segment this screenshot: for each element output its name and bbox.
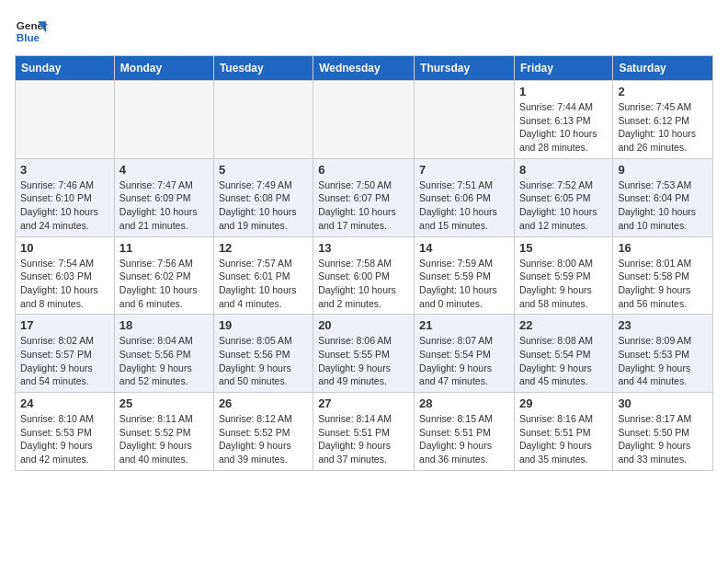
day-number: 12	[219, 241, 308, 255]
day-info: Sunrise: 8:07 AM Sunset: 5:54 PM Dayligh…	[419, 334, 509, 388]
calendar-cell	[313, 81, 415, 159]
day-number: 2	[618, 85, 708, 98]
day-info: Sunrise: 7:49 AM Sunset: 6:08 PM Dayligh…	[219, 178, 308, 233]
day-number: 24	[20, 396, 109, 410]
day-number: 5	[219, 163, 308, 177]
calendar-cell: 13Sunrise: 7:58 AM Sunset: 6:00 PM Dayli…	[313, 236, 415, 315]
calendar-cell: 6Sunrise: 7:50 AM Sunset: 6:07 PM Daylig…	[313, 158, 415, 236]
day-info: Sunrise: 8:15 AM Sunset: 5:51 PM Dayligh…	[419, 412, 509, 466]
day-number: 6	[318, 163, 409, 177]
day-number: 14	[419, 241, 509, 255]
calendar-cell: 22Sunrise: 8:08 AM Sunset: 5:54 PM Dayli…	[514, 315, 612, 393]
day-number: 30	[618, 396, 708, 410]
day-number: 19	[219, 318, 308, 332]
day-info: Sunrise: 7:54 AM Sunset: 6:03 PM Dayligh…	[20, 257, 109, 311]
calendar-cell: 27Sunrise: 8:14 AM Sunset: 5:51 PM Dayli…	[313, 393, 415, 471]
calendar-cell: 25Sunrise: 8:11 AM Sunset: 5:52 PM Dayli…	[114, 393, 213, 471]
week-row-2: 3Sunrise: 7:46 AM Sunset: 6:10 PM Daylig…	[16, 158, 713, 236]
calendar-cell: 5Sunrise: 7:49 AM Sunset: 6:08 PM Daylig…	[213, 158, 313, 236]
weekday-header-wednesday: Wednesday	[313, 56, 415, 81]
day-info: Sunrise: 8:01 AM Sunset: 5:58 PM Dayligh…	[618, 257, 708, 311]
day-number: 20	[318, 318, 409, 332]
calendar-cell: 3Sunrise: 7:46 AM Sunset: 6:10 PM Daylig…	[16, 158, 115, 236]
calendar-cell: 30Sunrise: 8:17 AM Sunset: 5:50 PM Dayli…	[613, 393, 713, 471]
calendar-cell: 8Sunrise: 7:52 AM Sunset: 6:05 PM Daylig…	[514, 158, 612, 236]
day-info: Sunrise: 7:58 AM Sunset: 6:00 PM Dayligh…	[318, 257, 409, 311]
calendar-cell: 17Sunrise: 8:02 AM Sunset: 5:57 PM Dayli…	[16, 315, 115, 393]
day-number: 27	[318, 396, 409, 410]
weekday-header-saturday: Saturday	[613, 56, 713, 81]
calendar-cell: 9Sunrise: 7:53 AM Sunset: 6:04 PM Daylig…	[613, 158, 713, 236]
day-info: Sunrise: 7:57 AM Sunset: 6:01 PM Dayligh…	[219, 257, 308, 311]
calendar-cell: 15Sunrise: 8:00 AM Sunset: 5:59 PM Dayli…	[514, 236, 612, 315]
day-number: 9	[618, 163, 708, 177]
day-info: Sunrise: 8:02 AM Sunset: 5:57 PM Dayligh…	[20, 334, 109, 388]
day-number: 7	[419, 163, 509, 177]
calendar-cell: 10Sunrise: 7:54 AM Sunset: 6:03 PM Dayli…	[16, 236, 115, 315]
day-info: Sunrise: 8:11 AM Sunset: 5:52 PM Dayligh…	[119, 412, 209, 466]
day-info: Sunrise: 7:46 AM Sunset: 6:10 PM Dayligh…	[20, 178, 109, 233]
calendar-cell	[114, 81, 213, 159]
day-number: 16	[618, 241, 708, 255]
day-info: Sunrise: 7:51 AM Sunset: 6:06 PM Dayligh…	[419, 178, 509, 233]
day-info: Sunrise: 8:04 AM Sunset: 5:56 PM Dayligh…	[119, 334, 209, 388]
weekday-header-tuesday: Tuesday	[213, 56, 313, 81]
weekday-header-monday: Monday	[114, 56, 213, 81]
calendar-cell: 19Sunrise: 8:05 AM Sunset: 5:56 PM Dayli…	[213, 315, 313, 393]
day-info: Sunrise: 8:12 AM Sunset: 5:52 PM Dayligh…	[219, 412, 308, 466]
calendar-cell: 11Sunrise: 7:56 AM Sunset: 6:02 PM Dayli…	[114, 236, 213, 315]
day-number: 8	[519, 163, 608, 177]
calendar-cell: 23Sunrise: 8:09 AM Sunset: 5:53 PM Dayli…	[613, 315, 713, 393]
day-info: Sunrise: 8:00 AM Sunset: 5:59 PM Dayligh…	[519, 257, 608, 311]
calendar-cell: 12Sunrise: 7:57 AM Sunset: 6:01 PM Dayli…	[213, 236, 313, 315]
week-row-3: 10Sunrise: 7:54 AM Sunset: 6:03 PM Dayli…	[16, 236, 713, 315]
day-number: 13	[318, 241, 409, 255]
calendar-cell: 20Sunrise: 8:06 AM Sunset: 5:55 PM Dayli…	[313, 315, 415, 393]
day-info: Sunrise: 8:09 AM Sunset: 5:53 PM Dayligh…	[618, 334, 708, 388]
weekday-header-row: SundayMondayTuesdayWednesdayThursdayFrid…	[16, 56, 713, 81]
day-number: 26	[219, 396, 308, 410]
day-number: 3	[20, 163, 109, 177]
day-info: Sunrise: 8:08 AM Sunset: 5:54 PM Dayligh…	[519, 334, 608, 388]
day-number: 11	[119, 241, 209, 255]
calendar-cell: 14Sunrise: 7:59 AM Sunset: 5:59 PM Dayli…	[415, 236, 515, 315]
day-number: 21	[419, 318, 509, 332]
day-number: 23	[618, 318, 708, 332]
day-info: Sunrise: 7:53 AM Sunset: 6:04 PM Dayligh…	[618, 178, 708, 233]
day-number: 15	[519, 241, 608, 255]
calendar-cell: 29Sunrise: 8:16 AM Sunset: 5:51 PM Dayli…	[514, 393, 612, 471]
day-info: Sunrise: 8:17 AM Sunset: 5:50 PM Dayligh…	[618, 412, 708, 466]
day-number: 18	[119, 318, 209, 332]
header: General Blue	[15, 15, 713, 48]
day-number: 28	[419, 396, 509, 410]
calendar-cell	[16, 81, 115, 159]
day-info: Sunrise: 7:59 AM Sunset: 5:59 PM Dayligh…	[419, 257, 509, 311]
weekday-header-sunday: Sunday	[16, 56, 115, 81]
day-info: Sunrise: 7:44 AM Sunset: 6:13 PM Dayligh…	[519, 100, 608, 155]
logo-icon: General Blue	[15, 15, 48, 48]
calendar-cell: 18Sunrise: 8:04 AM Sunset: 5:56 PM Dayli…	[114, 315, 213, 393]
day-info: Sunrise: 7:47 AM Sunset: 6:09 PM Dayligh…	[119, 178, 209, 233]
calendar-cell	[213, 81, 313, 159]
calendar-cell: 4Sunrise: 7:47 AM Sunset: 6:09 PM Daylig…	[114, 158, 213, 236]
calendar-cell: 21Sunrise: 8:07 AM Sunset: 5:54 PM Dayli…	[415, 315, 515, 393]
day-number: 25	[119, 396, 209, 410]
day-info: Sunrise: 7:50 AM Sunset: 6:07 PM Dayligh…	[318, 178, 409, 233]
calendar-cell: 28Sunrise: 8:15 AM Sunset: 5:51 PM Dayli…	[415, 393, 515, 471]
day-info: Sunrise: 8:10 AM Sunset: 5:53 PM Dayligh…	[20, 412, 109, 466]
calendar-cell: 7Sunrise: 7:51 AM Sunset: 6:06 PM Daylig…	[415, 158, 515, 236]
day-info: Sunrise: 7:52 AM Sunset: 6:05 PM Dayligh…	[519, 178, 608, 233]
day-number: 10	[20, 241, 109, 255]
weekday-header-thursday: Thursday	[415, 56, 515, 81]
day-number: 4	[119, 163, 209, 177]
svg-text:Blue: Blue	[17, 31, 40, 43]
day-number: 1	[519, 85, 608, 98]
calendar-cell: 1Sunrise: 7:44 AM Sunset: 6:13 PM Daylig…	[514, 81, 612, 159]
week-row-4: 17Sunrise: 8:02 AM Sunset: 5:57 PM Dayli…	[16, 315, 713, 393]
day-number: 29	[519, 396, 608, 410]
day-number: 17	[20, 318, 109, 332]
calendar-cell: 26Sunrise: 8:12 AM Sunset: 5:52 PM Dayli…	[213, 393, 313, 471]
day-info: Sunrise: 8:16 AM Sunset: 5:51 PM Dayligh…	[519, 412, 608, 466]
calendar-cell: 24Sunrise: 8:10 AM Sunset: 5:53 PM Dayli…	[16, 393, 115, 471]
calendar-cell	[415, 81, 515, 159]
